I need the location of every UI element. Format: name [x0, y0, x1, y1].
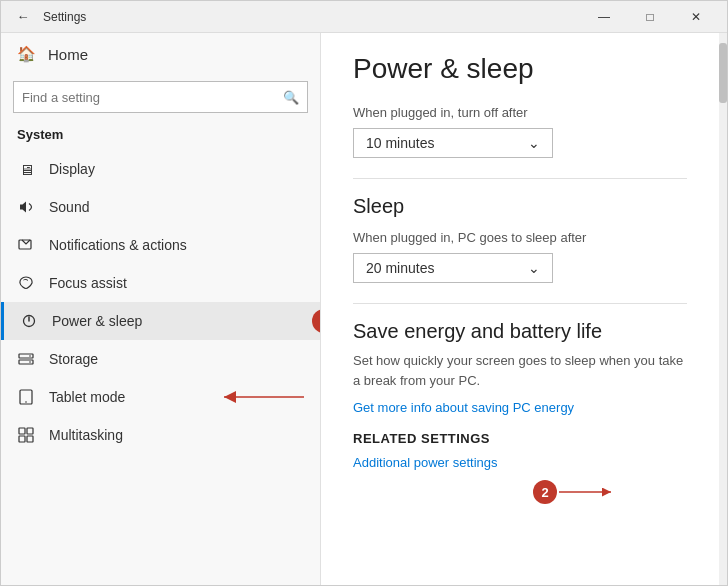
svg-rect-9 — [27, 428, 33, 434]
search-box: 🔍 — [13, 81, 308, 113]
focus-assist-icon — [17, 274, 35, 292]
sidebar-item-home[interactable]: 🏠 Home — [1, 33, 320, 75]
sidebar-section-label: System — [1, 123, 320, 150]
sidebar-item-label: Display — [49, 161, 95, 177]
related-settings-title: Related settings — [353, 431, 687, 446]
sleep-section-label: When plugged in, PC goes to sleep after — [353, 230, 687, 245]
svg-point-4 — [29, 355, 31, 357]
annotation-2-container: 2 — [533, 480, 617, 504]
sidebar-item-label: Sound — [49, 199, 89, 215]
save-energy-desc: Set how quickly your screen goes to slee… — [353, 351, 687, 390]
window-controls: — □ ✕ — [581, 1, 719, 33]
settings-window: ← Settings — □ ✕ 🏠 Home 🔍 System 🖥 Displ… — [0, 0, 728, 586]
sleep-section: Sleep When plugged in, PC goes to sleep … — [353, 195, 687, 283]
additional-power-settings-link[interactable]: Additional power settings — [353, 455, 498, 470]
content-area: 🏠 Home 🔍 System 🖥 Display Sound — [1, 33, 727, 585]
sidebar-item-sound[interactable]: Sound — [1, 188, 320, 226]
sidebar-item-label: Focus assist — [49, 275, 127, 291]
sidebar-item-label: Notifications & actions — [49, 237, 187, 253]
maximize-button[interactable]: □ — [627, 1, 673, 33]
page-title: Power & sleep — [353, 53, 687, 85]
svg-rect-8 — [19, 428, 25, 434]
sidebar-item-label: Tablet mode — [49, 389, 125, 405]
screen-section: When plugged in, turn off after 10 minut… — [353, 105, 687, 158]
sidebar-item-label: Power & sleep — [52, 313, 142, 329]
save-energy-title: Save energy and battery life — [353, 320, 687, 343]
sidebar-item-tablet-mode[interactable]: Tablet mode — [1, 378, 320, 416]
minimize-button[interactable]: — — [581, 1, 627, 33]
notifications-icon — [17, 236, 35, 254]
sidebar-item-power-sleep[interactable]: Power & sleep 1 — [1, 302, 320, 340]
sidebar: 🏠 Home 🔍 System 🖥 Display Sound — [1, 33, 321, 585]
svg-point-5 — [29, 361, 31, 363]
annotation-2-arrow — [557, 485, 617, 499]
screen-dropdown[interactable]: 10 minutes ⌄ — [353, 128, 553, 158]
display-icon: 🖥 — [17, 160, 35, 178]
power-icon — [20, 312, 38, 330]
main-content: Power & sleep When plugged in, turn off … — [321, 33, 719, 585]
sleep-dropdown[interactable]: 20 minutes ⌄ — [353, 253, 553, 283]
back-button[interactable]: ← — [9, 3, 37, 31]
svg-rect-2 — [19, 354, 33, 358]
divider-2 — [353, 303, 687, 304]
divider-1 — [353, 178, 687, 179]
save-energy-section: Save energy and battery life Set how qui… — [353, 320, 687, 415]
screen-section-label: When plugged in, turn off after — [353, 105, 687, 120]
scrollbar-thumb[interactable] — [719, 43, 727, 103]
sidebar-item-display[interactable]: 🖥 Display — [1, 150, 320, 188]
scrollbar[interactable] — [719, 33, 727, 585]
svg-rect-11 — [27, 436, 33, 442]
annotation-1: 1 — [312, 309, 321, 333]
close-button[interactable]: ✕ — [673, 1, 719, 33]
sidebar-item-label: Storage — [49, 351, 98, 367]
chevron-down-icon: ⌄ — [528, 260, 540, 276]
home-icon: 🏠 — [17, 45, 36, 63]
energy-info-link[interactable]: Get more info about saving PC energy — [353, 400, 687, 415]
sidebar-item-notifications[interactable]: Notifications & actions — [1, 226, 320, 264]
chevron-down-icon: ⌄ — [528, 135, 540, 151]
window-title: Settings — [43, 10, 581, 24]
screen-dropdown-value: 10 minutes — [366, 135, 434, 151]
tablet-icon — [17, 388, 35, 406]
search-icon[interactable]: 🔍 — [283, 90, 299, 105]
search-input[interactable] — [22, 90, 283, 105]
sleep-dropdown-value: 20 minutes — [366, 260, 434, 276]
sidebar-item-focus-assist[interactable]: Focus assist — [1, 264, 320, 302]
storage-icon — [17, 350, 35, 368]
multitasking-icon — [17, 426, 35, 444]
titlebar: ← Settings — □ ✕ — [1, 1, 727, 33]
annotation-2: 2 — [533, 480, 557, 504]
sidebar-item-label: Multitasking — [49, 427, 123, 443]
related-settings-section: Related settings Additional power settin… — [353, 431, 687, 486]
svg-rect-3 — [19, 360, 33, 364]
sidebar-item-multitasking[interactable]: Multitasking — [1, 416, 320, 454]
sleep-title: Sleep — [353, 195, 687, 218]
svg-rect-10 — [19, 436, 25, 442]
home-label: Home — [48, 46, 88, 63]
svg-point-7 — [25, 401, 27, 403]
sound-icon — [17, 198, 35, 216]
sidebar-item-storage[interactable]: Storage — [1, 340, 320, 378]
